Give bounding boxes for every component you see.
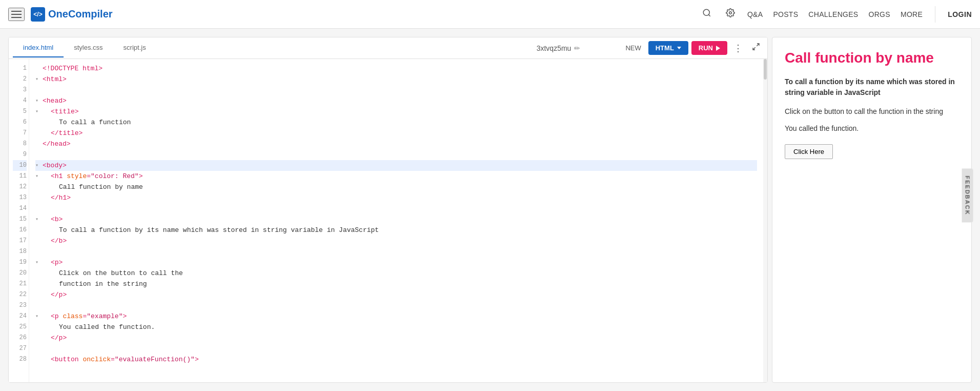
code-line: To call a function bbox=[35, 117, 757, 128]
run-button[interactable]: RUN bbox=[691, 41, 727, 55]
edit-icon[interactable]: ✏ bbox=[574, 44, 580, 52]
code-line: ▾<p> bbox=[35, 257, 757, 268]
output-title: Call function by name bbox=[785, 50, 959, 66]
project-name-area: 3xtvqz5mu ✏ bbox=[537, 44, 581, 52]
more-link[interactable]: MORE bbox=[901, 10, 923, 18]
code-line: Call function by name bbox=[35, 182, 757, 192]
svg-line-3 bbox=[757, 44, 759, 46]
code-line bbox=[35, 203, 757, 214]
chevron-down-icon bbox=[677, 47, 681, 49]
posts-link[interactable]: POSTS bbox=[773, 10, 798, 18]
code-line: To call a function by its name which was… bbox=[35, 225, 757, 236]
logo[interactable]: </> OneCompiler bbox=[31, 7, 113, 22]
svg-point-2 bbox=[729, 12, 732, 14]
code-line: ▾<b> bbox=[35, 214, 757, 225]
code-line bbox=[35, 149, 757, 160]
new-button[interactable]: NEW bbox=[621, 42, 645, 54]
login-button[interactable]: LOGIN bbox=[948, 10, 972, 18]
svg-line-4 bbox=[753, 47, 756, 50]
navbar-right: Q&A POSTS CHALLENGES ORGS MORE LOGIN bbox=[700, 6, 972, 23]
scrollbar[interactable] bbox=[763, 59, 767, 382]
code-line: ▾<title> bbox=[35, 106, 757, 117]
code-line: </h1> bbox=[35, 192, 757, 203]
main-area: index.html styles.css script.js 3xtvqz5m… bbox=[0, 29, 980, 391]
navbar-left: </> OneCompiler bbox=[8, 7, 700, 22]
logo-icon: </> bbox=[31, 7, 45, 22]
code-line: function in the string bbox=[35, 279, 757, 289]
code-line: </p> bbox=[35, 289, 757, 300]
code-line bbox=[35, 300, 757, 311]
logo-text: OneCompiler bbox=[48, 8, 113, 20]
more-options-button[interactable]: ⋮ bbox=[730, 41, 746, 56]
output-result: You called the function. bbox=[785, 123, 959, 134]
search-button[interactable] bbox=[700, 6, 713, 22]
output-content: Call function by name To call a function… bbox=[772, 37, 971, 382]
output-panel: Call function by name To call a function… bbox=[772, 37, 972, 383]
code-line bbox=[35, 85, 757, 95]
code-line: <button onclick="evaluateFunction()"> bbox=[35, 354, 757, 365]
nav-divider bbox=[935, 6, 935, 23]
code-line: </b> bbox=[35, 236, 757, 246]
code-line: ▾<p class="example"> bbox=[35, 311, 757, 322]
orgs-link[interactable]: ORGS bbox=[869, 10, 890, 18]
code-line: </p> bbox=[35, 333, 757, 343]
code-content[interactable]: <!DOCTYPE html> ▾<html> ▾<head> ▾<title>… bbox=[29, 59, 763, 382]
output-instruction: Click on the button to call the function… bbox=[785, 106, 959, 117]
challenges-link[interactable]: CHALLENGES bbox=[808, 10, 858, 18]
code-line: </head> bbox=[35, 139, 757, 149]
line-numbers: 1 2 3 4 5 6 7 8 9 10 11 12 13 14 15 16 1… bbox=[9, 59, 29, 382]
code-line: <!DOCTYPE html> bbox=[35, 63, 757, 74]
tab-index-html[interactable]: index.html bbox=[13, 38, 64, 57]
code-line: </title> bbox=[35, 128, 757, 139]
output-description: To call a function by its name which was… bbox=[785, 76, 959, 98]
code-line: ▾<h1 style="color: Red"> bbox=[35, 171, 757, 182]
code-line: Click on the button to call the bbox=[35, 268, 757, 279]
feedback-sidebar[interactable]: FEEDBACK bbox=[962, 168, 973, 222]
code-line: ▾<html> bbox=[35, 74, 757, 85]
tabs-bar: index.html styles.css script.js 3xtvqz5m… bbox=[9, 37, 767, 59]
navbar: </> OneCompiler Q&A POSTS CHALLENGES ORG… bbox=[0, 0, 980, 29]
code-line: ▾<head> bbox=[35, 95, 757, 106]
play-icon bbox=[716, 46, 720, 51]
settings-button[interactable] bbox=[724, 6, 737, 22]
code-line: ▾<body> bbox=[35, 160, 757, 171]
code-editor[interactable]: 1 2 3 4 5 6 7 8 9 10 11 12 13 14 15 16 1… bbox=[9, 59, 767, 382]
html-selector-button[interactable]: HTML bbox=[648, 41, 688, 55]
code-line bbox=[35, 343, 757, 354]
svg-point-0 bbox=[703, 9, 709, 15]
project-name: 3xtvqz5mu bbox=[537, 44, 571, 52]
expand-button[interactable] bbox=[749, 41, 763, 55]
qa-link[interactable]: Q&A bbox=[747, 10, 763, 18]
code-line bbox=[35, 246, 757, 257]
click-here-button[interactable]: Click Here bbox=[785, 144, 833, 159]
tab-styles-css[interactable]: styles.css bbox=[64, 38, 113, 57]
editor-panel: index.html styles.css script.js 3xtvqz5m… bbox=[8, 37, 768, 383]
svg-line-1 bbox=[708, 14, 710, 16]
tab-script-js[interactable]: script.js bbox=[113, 38, 156, 57]
code-line: You called the function. bbox=[35, 322, 757, 333]
hamburger-menu[interactable] bbox=[8, 8, 25, 21]
